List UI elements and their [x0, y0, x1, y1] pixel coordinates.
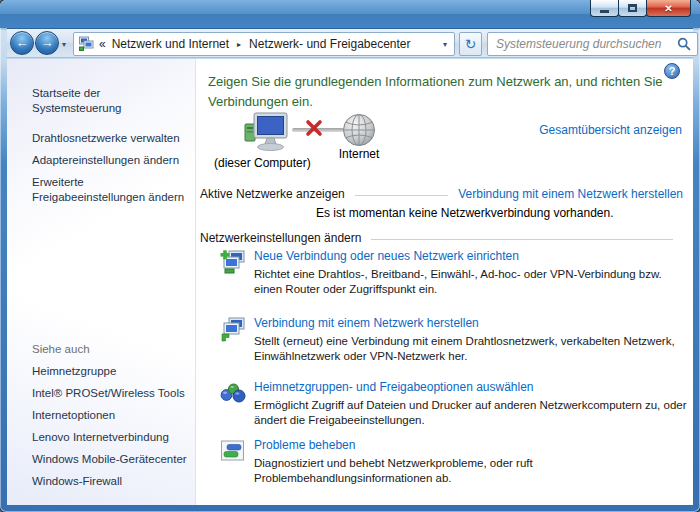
search-input[interactable] [494, 36, 677, 52]
computer-icon[interactable] [243, 111, 291, 153]
page-title: Zeigen Sie die grundlegenden Information… [208, 72, 686, 112]
task-troubleshoot: Probleme beheben Diagnostiziert und behe… [220, 438, 683, 485]
search-icon[interactable] [677, 37, 691, 51]
sidebar-item-windows-mobile-center[interactable]: Windows Mobile-Gerätecenter [32, 453, 192, 475]
maximize-icon [628, 4, 637, 12]
homegroup-options-link[interactable]: Heimnetzgruppen- und Freigabeoptionen au… [254, 380, 691, 394]
breadcrumb-separator-icon[interactable]: ▸ [237, 40, 241, 49]
recent-pages-dropdown[interactable]: ▾ [62, 40, 66, 49]
navigation-toolbar: ← → ▾ « Netzwerk und Internet ▸ Netzwerk… [7, 28, 693, 58]
sidebar-item-lenovo-internet[interactable]: Lenovo Internetverbindung [32, 431, 192, 453]
sidebar-item-intel-proset[interactable]: Intel® PROSet/Wireless Tools [32, 387, 192, 409]
sidebar-item-manage-wireless[interactable]: Drahtlosnetzwerke verwalten [32, 131, 192, 146]
sidebar-item-internet-options[interactable]: Internetoptionen [32, 409, 192, 431]
no-connection-status: Es ist momentan keine Netzwerkverbindung… [316, 206, 614, 220]
setup-new-connection-desc: Richtet eine Drahtlos-, Breitband-, Einw… [254, 267, 691, 296]
breadcrumb-overflow-chevrons[interactable]: « [99, 37, 106, 51]
active-networks-section: Aktive Netzwerke anzeigen Verbindung mit… [200, 187, 683, 201]
sidebar-item-homegroup[interactable]: Heimnetzgruppe [32, 365, 192, 387]
no-connection-x-icon[interactable] [305, 119, 323, 137]
section-divider [371, 239, 673, 240]
refresh-button[interactable]: ↻ [459, 32, 482, 56]
sidebar-see-also: Siehe auch Heimnetzgruppe Intel® PROSet/… [32, 343, 192, 497]
caption-buttons: ✕ [591, 0, 691, 17]
back-button[interactable]: ← [10, 31, 34, 55]
task-homegroup-options: Heimnetzgruppen- und Freigabeoptionen au… [220, 380, 683, 427]
connect-network-icon[interactable] [220, 316, 246, 342]
refresh-icon: ↻ [465, 36, 477, 52]
troubleshoot-desc: Diagnostiziert und behebt Netzwerkproble… [254, 456, 691, 485]
internet-label: Internet [334, 147, 384, 161]
close-icon: ✕ [664, 3, 672, 14]
search-box [487, 32, 698, 56]
homegroup-icon[interactable] [220, 380, 246, 406]
sidebar-item-control-panel-home[interactable]: Startseite der Systemsteuerung [32, 86, 192, 116]
internet-globe-icon[interactable] [341, 112, 377, 148]
maximize-button[interactable] [618, 0, 647, 17]
connect-to-network-desc: Stellt (erneut) eine Verbindung mit eine… [254, 334, 691, 363]
computer-label: (dieser Computer) [214, 156, 311, 170]
breadcrumb-item-netzwerk-und-freigabecenter[interactable]: Netzwerk- und Freigabecenter [249, 37, 410, 51]
network-center-icon [78, 36, 94, 52]
network-settings-section: Netzwerkeinstellungen ändern [200, 231, 683, 245]
close-button[interactable]: ✕ [646, 0, 691, 17]
address-dropdown-icon[interactable]: ▾ [438, 40, 452, 49]
minimize-icon [600, 10, 609, 13]
see-full-map-link[interactable]: Gesamtübersicht anzeigen [539, 123, 682, 137]
connect-to-network-task-link[interactable]: Verbindung mit einem Netzwerk herstellen [254, 316, 691, 330]
sidebar-task-list: Startseite der Systemsteuerung Drahtlosn… [32, 86, 192, 205]
sidebar-item-advanced-sharing-settings[interactable]: Erweiterte Freigabeeinstellungen ändern [32, 175, 192, 205]
network-sharing-center-window: ✕ ← → ▾ « Netzwerk und Internet ▸ Netzwe… [0, 0, 700, 512]
task-connect-to-network: Verbindung mit einem Netzwerk herstellen… [220, 316, 683, 363]
see-also-header: Siehe auch [32, 343, 192, 365]
minimize-button[interactable] [590, 0, 619, 17]
new-connection-icon[interactable] [220, 249, 246, 275]
sidebar: Startseite der Systemsteuerung Drahtlosn… [7, 59, 195, 505]
connect-to-network-link[interactable]: Verbindung mit einem Netzwerk herstellen [458, 187, 683, 201]
troubleshoot-link[interactable]: Probleme beheben [254, 438, 691, 452]
sidebar-item-windows-firewall[interactable]: Windows-Firewall [32, 475, 192, 497]
setup-new-connection-link[interactable]: Neue Verbindung oder neues Netzwerk einr… [254, 249, 691, 263]
forward-arrow-icon: → [41, 35, 54, 50]
client-area: Startseite der Systemsteuerung Drahtlosn… [7, 59, 693, 505]
breadcrumb-item-netzwerk-und-internet[interactable]: Netzwerk und Internet [112, 37, 229, 51]
network-settings-label: Netzwerkeinstellungen ändern [200, 231, 361, 245]
main-panel: ? Zeigen Sie die grundlegenden Informati… [196, 59, 693, 505]
address-bar[interactable]: « Netzwerk und Internet ▸ Netzwerk- und … [73, 32, 455, 56]
sidebar-item-change-adapter-settings[interactable]: Adaptereinstellungen ändern [32, 153, 192, 168]
active-networks-label: Aktive Netzwerke anzeigen [200, 187, 345, 201]
troubleshoot-icon[interactable] [220, 438, 246, 464]
forward-button[interactable]: → [35, 31, 59, 55]
task-setup-new-connection: Neue Verbindung oder neues Netzwerk einr… [220, 249, 683, 296]
section-divider [355, 195, 448, 196]
back-arrow-icon: ← [16, 35, 29, 50]
homegroup-options-desc: Ermöglicht Zugriff auf Dateien und Druck… [254, 398, 691, 427]
